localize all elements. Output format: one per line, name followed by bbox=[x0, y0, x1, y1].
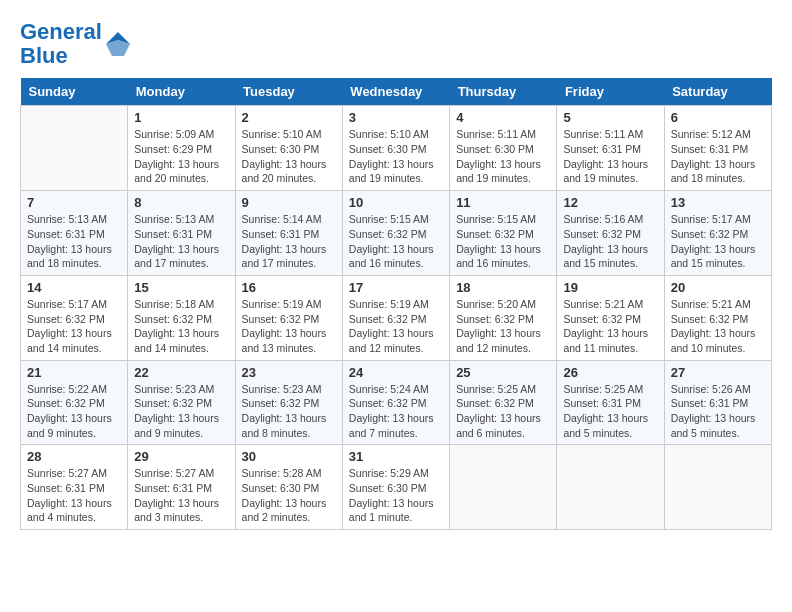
day-number: 5 bbox=[563, 110, 657, 125]
day-info: Sunrise: 5:11 AMSunset: 6:30 PMDaylight:… bbox=[456, 127, 550, 186]
day-number: 22 bbox=[134, 365, 228, 380]
day-number: 27 bbox=[671, 365, 765, 380]
day-info: Sunrise: 5:28 AMSunset: 6:30 PMDaylight:… bbox=[242, 466, 336, 525]
day-info: Sunrise: 5:12 AMSunset: 6:31 PMDaylight:… bbox=[671, 127, 765, 186]
day-number: 29 bbox=[134, 449, 228, 464]
calendar-cell: 10Sunrise: 5:15 AMSunset: 6:32 PMDayligh… bbox=[342, 191, 449, 276]
calendar-cell: 23Sunrise: 5:23 AMSunset: 6:32 PMDayligh… bbox=[235, 360, 342, 445]
calendar-cell: 15Sunrise: 5:18 AMSunset: 6:32 PMDayligh… bbox=[128, 275, 235, 360]
day-info: Sunrise: 5:23 AMSunset: 6:32 PMDaylight:… bbox=[242, 382, 336, 441]
calendar-cell: 12Sunrise: 5:16 AMSunset: 6:32 PMDayligh… bbox=[557, 191, 664, 276]
day-number: 30 bbox=[242, 449, 336, 464]
logo-icon bbox=[104, 30, 132, 58]
logo: GeneralBlue bbox=[20, 20, 132, 68]
col-header-saturday: Saturday bbox=[664, 78, 771, 106]
day-info: Sunrise: 5:22 AMSunset: 6:32 PMDaylight:… bbox=[27, 382, 121, 441]
calendar-cell: 18Sunrise: 5:20 AMSunset: 6:32 PMDayligh… bbox=[450, 275, 557, 360]
day-info: Sunrise: 5:10 AMSunset: 6:30 PMDaylight:… bbox=[349, 127, 443, 186]
day-info: Sunrise: 5:17 AMSunset: 6:32 PMDaylight:… bbox=[27, 297, 121, 356]
day-number: 9 bbox=[242, 195, 336, 210]
calendar-cell bbox=[450, 445, 557, 530]
calendar-cell bbox=[664, 445, 771, 530]
day-number: 12 bbox=[563, 195, 657, 210]
col-header-friday: Friday bbox=[557, 78, 664, 106]
day-number: 17 bbox=[349, 280, 443, 295]
day-number: 23 bbox=[242, 365, 336, 380]
calendar-cell: 30Sunrise: 5:28 AMSunset: 6:30 PMDayligh… bbox=[235, 445, 342, 530]
day-number: 16 bbox=[242, 280, 336, 295]
day-info: Sunrise: 5:18 AMSunset: 6:32 PMDaylight:… bbox=[134, 297, 228, 356]
calendar-cell: 7Sunrise: 5:13 AMSunset: 6:31 PMDaylight… bbox=[21, 191, 128, 276]
col-header-sunday: Sunday bbox=[21, 78, 128, 106]
calendar-cell: 19Sunrise: 5:21 AMSunset: 6:32 PMDayligh… bbox=[557, 275, 664, 360]
calendar-cell: 24Sunrise: 5:24 AMSunset: 6:32 PMDayligh… bbox=[342, 360, 449, 445]
day-number: 28 bbox=[27, 449, 121, 464]
day-number: 3 bbox=[349, 110, 443, 125]
day-info: Sunrise: 5:15 AMSunset: 6:32 PMDaylight:… bbox=[456, 212, 550, 271]
day-info: Sunrise: 5:20 AMSunset: 6:32 PMDaylight:… bbox=[456, 297, 550, 356]
calendar-cell: 3Sunrise: 5:10 AMSunset: 6:30 PMDaylight… bbox=[342, 106, 449, 191]
day-info: Sunrise: 5:10 AMSunset: 6:30 PMDaylight:… bbox=[242, 127, 336, 186]
day-number: 7 bbox=[27, 195, 121, 210]
calendar-week-row: 7Sunrise: 5:13 AMSunset: 6:31 PMDaylight… bbox=[21, 191, 772, 276]
day-info: Sunrise: 5:27 AMSunset: 6:31 PMDaylight:… bbox=[134, 466, 228, 525]
day-number: 20 bbox=[671, 280, 765, 295]
calendar-cell: 9Sunrise: 5:14 AMSunset: 6:31 PMDaylight… bbox=[235, 191, 342, 276]
day-info: Sunrise: 5:17 AMSunset: 6:32 PMDaylight:… bbox=[671, 212, 765, 271]
calendar-cell: 20Sunrise: 5:21 AMSunset: 6:32 PMDayligh… bbox=[664, 275, 771, 360]
day-info: Sunrise: 5:21 AMSunset: 6:32 PMDaylight:… bbox=[563, 297, 657, 356]
day-info: Sunrise: 5:09 AMSunset: 6:29 PMDaylight:… bbox=[134, 127, 228, 186]
calendar-cell: 28Sunrise: 5:27 AMSunset: 6:31 PMDayligh… bbox=[21, 445, 128, 530]
calendar-cell: 2Sunrise: 5:10 AMSunset: 6:30 PMDaylight… bbox=[235, 106, 342, 191]
calendar-week-row: 14Sunrise: 5:17 AMSunset: 6:32 PMDayligh… bbox=[21, 275, 772, 360]
day-info: Sunrise: 5:11 AMSunset: 6:31 PMDaylight:… bbox=[563, 127, 657, 186]
calendar-cell: 29Sunrise: 5:27 AMSunset: 6:31 PMDayligh… bbox=[128, 445, 235, 530]
day-number: 2 bbox=[242, 110, 336, 125]
day-number: 1 bbox=[134, 110, 228, 125]
calendar-cell: 8Sunrise: 5:13 AMSunset: 6:31 PMDaylight… bbox=[128, 191, 235, 276]
calendar-cell: 22Sunrise: 5:23 AMSunset: 6:32 PMDayligh… bbox=[128, 360, 235, 445]
calendar-cell: 13Sunrise: 5:17 AMSunset: 6:32 PMDayligh… bbox=[664, 191, 771, 276]
day-info: Sunrise: 5:15 AMSunset: 6:32 PMDaylight:… bbox=[349, 212, 443, 271]
day-number: 4 bbox=[456, 110, 550, 125]
day-number: 18 bbox=[456, 280, 550, 295]
col-header-tuesday: Tuesday bbox=[235, 78, 342, 106]
day-number: 8 bbox=[134, 195, 228, 210]
day-number: 15 bbox=[134, 280, 228, 295]
day-info: Sunrise: 5:23 AMSunset: 6:32 PMDaylight:… bbox=[134, 382, 228, 441]
day-info: Sunrise: 5:16 AMSunset: 6:32 PMDaylight:… bbox=[563, 212, 657, 271]
day-number: 6 bbox=[671, 110, 765, 125]
day-info: Sunrise: 5:13 AMSunset: 6:31 PMDaylight:… bbox=[134, 212, 228, 271]
day-number: 19 bbox=[563, 280, 657, 295]
day-number: 13 bbox=[671, 195, 765, 210]
logo-text: GeneralBlue bbox=[20, 20, 102, 68]
calendar-cell: 1Sunrise: 5:09 AMSunset: 6:29 PMDaylight… bbox=[128, 106, 235, 191]
day-info: Sunrise: 5:26 AMSunset: 6:31 PMDaylight:… bbox=[671, 382, 765, 441]
day-info: Sunrise: 5:24 AMSunset: 6:32 PMDaylight:… bbox=[349, 382, 443, 441]
calendar-cell bbox=[557, 445, 664, 530]
calendar-cell: 11Sunrise: 5:15 AMSunset: 6:32 PMDayligh… bbox=[450, 191, 557, 276]
calendar-header-row: SundayMondayTuesdayWednesdayThursdayFrid… bbox=[21, 78, 772, 106]
calendar-week-row: 1Sunrise: 5:09 AMSunset: 6:29 PMDaylight… bbox=[21, 106, 772, 191]
calendar-cell: 26Sunrise: 5:25 AMSunset: 6:31 PMDayligh… bbox=[557, 360, 664, 445]
calendar-cell: 5Sunrise: 5:11 AMSunset: 6:31 PMDaylight… bbox=[557, 106, 664, 191]
calendar-cell bbox=[21, 106, 128, 191]
calendar-cell: 25Sunrise: 5:25 AMSunset: 6:32 PMDayligh… bbox=[450, 360, 557, 445]
day-number: 10 bbox=[349, 195, 443, 210]
day-info: Sunrise: 5:29 AMSunset: 6:30 PMDaylight:… bbox=[349, 466, 443, 525]
calendar-cell: 31Sunrise: 5:29 AMSunset: 6:30 PMDayligh… bbox=[342, 445, 449, 530]
calendar-cell: 4Sunrise: 5:11 AMSunset: 6:30 PMDaylight… bbox=[450, 106, 557, 191]
calendar-table: SundayMondayTuesdayWednesdayThursdayFrid… bbox=[20, 78, 772, 530]
day-info: Sunrise: 5:14 AMSunset: 6:31 PMDaylight:… bbox=[242, 212, 336, 271]
day-info: Sunrise: 5:27 AMSunset: 6:31 PMDaylight:… bbox=[27, 466, 121, 525]
day-info: Sunrise: 5:25 AMSunset: 6:31 PMDaylight:… bbox=[563, 382, 657, 441]
day-info: Sunrise: 5:13 AMSunset: 6:31 PMDaylight:… bbox=[27, 212, 121, 271]
calendar-week-row: 28Sunrise: 5:27 AMSunset: 6:31 PMDayligh… bbox=[21, 445, 772, 530]
calendar-cell: 16Sunrise: 5:19 AMSunset: 6:32 PMDayligh… bbox=[235, 275, 342, 360]
day-number: 25 bbox=[456, 365, 550, 380]
day-number: 24 bbox=[349, 365, 443, 380]
calendar-week-row: 21Sunrise: 5:22 AMSunset: 6:32 PMDayligh… bbox=[21, 360, 772, 445]
calendar-cell: 14Sunrise: 5:17 AMSunset: 6:32 PMDayligh… bbox=[21, 275, 128, 360]
calendar-cell: 27Sunrise: 5:26 AMSunset: 6:31 PMDayligh… bbox=[664, 360, 771, 445]
day-number: 11 bbox=[456, 195, 550, 210]
